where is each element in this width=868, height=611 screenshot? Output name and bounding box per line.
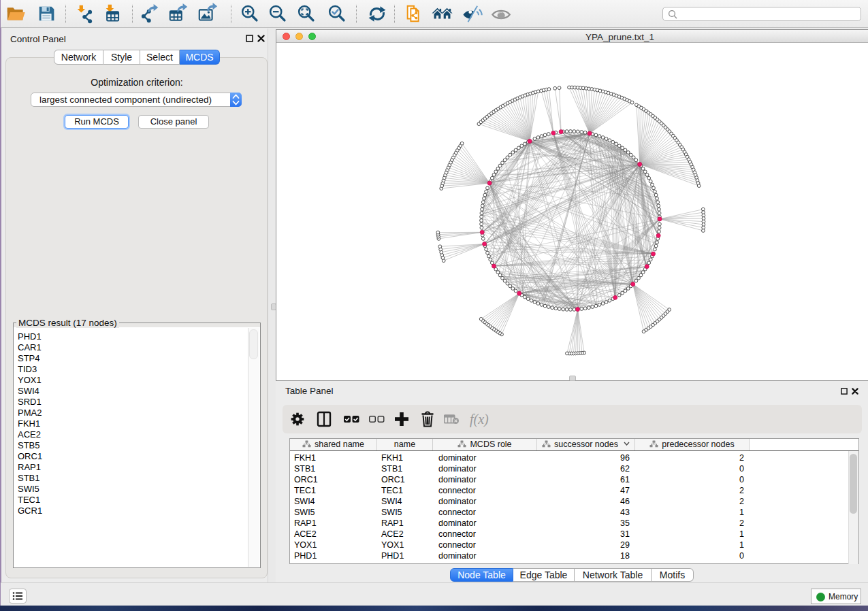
svg-text:f(x): f(x) xyxy=(470,412,489,427)
